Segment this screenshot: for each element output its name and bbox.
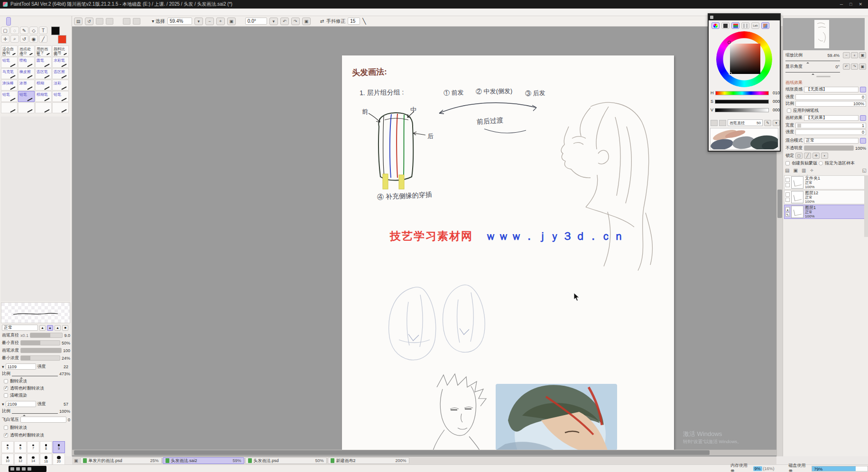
diameter-slider[interactable] [30,333,63,338]
media-width-input[interactable]: 1 [795,123,866,128]
panel-option-icon[interactable]: ◱ [862,168,867,173]
texture2-ratio-slider[interactable] [12,409,58,414]
canvas-viewport[interactable]: 头发画法: 1. 层片组分组 : ① 前发 ② 中发(侧发) ③ 后发 前后过渡… [72,27,776,456]
brush-cell[interactable]: 用的画笔 留下 [35,45,52,56]
eyedropper-icon[interactable]: ╱ [39,35,47,43]
brush-size-cell[interactable]: 16 [40,454,52,465]
maximize-button[interactable]: □ [850,2,852,7]
pen-icon[interactable]: ✎ [20,27,28,34]
hue-cursor[interactable] [728,41,731,44]
panel-divider[interactable] [816,76,831,77]
layer-row[interactable]: 图层1 正常 100% [784,205,865,219]
hand-icon[interactable]: ◉ [29,35,38,43]
flip-icon[interactable]: ⇄ [320,18,324,24]
brush-size-cell[interactable]: 12 [14,454,27,465]
brush-checkbox[interactable]: 翻转浓淡 [4,425,44,430]
brush-cell[interactable]: 模糊 [35,80,52,91]
color-panel-titlebar[interactable] [709,14,780,20]
brush-cell[interactable]: 马克笔 [1,68,18,79]
tip-shape-icon[interactable]: ■ [62,325,68,331]
rotate-ccw-icon[interactable]: ↶ [280,18,289,25]
sv-cursor[interactable] [729,72,732,75]
minimize-button[interactable]: ─ [840,2,843,7]
layer-visibility-toggle[interactable] [785,192,790,197]
nav-zoom-slider[interactable] [785,58,866,62]
brush-cell[interactable]: 选区笔 [35,68,52,79]
brush-size-cell[interactable]: 6 [14,441,27,453]
line-tool-icon[interactable]: ╲ [362,18,366,25]
document-tab[interactable]: 新建画布2 200% [328,457,409,464]
brush-cell[interactable]: 铅笔 [1,57,18,68]
zoom-out-icon[interactable]: − [205,18,214,25]
tip-shape-icon[interactable]: ▲ [47,325,53,331]
toolbar-swatch[interactable] [123,18,130,25]
left-panel-tab[interactable] [12,17,16,26]
min-density-slider[interactable] [20,355,60,361]
brush-cell[interactable] [35,102,52,113]
brush-size-cell[interactable]: 10 [1,454,14,465]
layer-edit-toggle[interactable] [785,198,790,202]
brush-checkbox[interactable]: 清晰混染 [4,392,44,398]
rotate-cw-icon[interactable]: ↷ [291,18,300,25]
navigator[interactable] [783,18,865,50]
angle-reset-icon[interactable]: ▣ [302,18,311,25]
lock-pen-icon[interactable]: ╱ [804,153,811,159]
brush-size-cell[interactable]: 7 [27,441,39,453]
angle-menu-icon[interactable]: ▾ [269,18,278,25]
mixer-size-field[interactable]: 画笔直径50 [728,119,763,126]
text-tool-icon[interactable]: T [39,27,47,34]
brush-cell[interactable] [18,102,35,113]
nav-angle-slider[interactable] [785,69,866,73]
new-layer-icon[interactable]: ▤ [785,168,789,173]
mixer-dropdown-icon[interactable]: ▾ [773,120,780,126]
brush-cell[interactable] [1,102,18,113]
brush-cell[interactable]: 铅笔 [1,91,18,102]
layer-edit-toggle[interactable] [785,183,790,187]
paper-strength-input[interactable]: 0 [795,94,866,100]
lasso-icon[interactable]: ◌ [10,27,19,34]
brush-cell[interactable]: 涂抹棒 [1,80,18,91]
close-button[interactable]: ✕ [859,2,862,7]
texture2-select[interactable]: 2109 [6,401,36,407]
brush-cell[interactable]: 选区擦 [52,68,69,79]
mixer-brush-icon[interactable]: ✎ [764,120,771,126]
layer-visibility-toggle[interactable] [785,207,790,211]
toolbar-swatch[interactable] [133,18,140,25]
min-size-slider[interactable] [20,340,60,345]
color-wheel-tab-icon[interactable] [711,22,720,29]
media-effect-dropdown-icon[interactable] [860,115,866,121]
lock-transparency-icon[interactable]: ▢ [795,153,803,159]
horizontal-scrollbar[interactable] [72,450,776,455]
duplicate-layer-icon[interactable]: ▥ [802,168,806,173]
foreground-color-swatch[interactable] [51,27,60,35]
selection-sample-radio[interactable]: 指定为选区样本 [819,161,855,166]
rotate-icon[interactable]: ↺ [20,35,28,43]
canvas-page[interactable]: 头发画法: 1. 层片组分组 : ① 前发 ② 中发(侧发) ③ 后发 前后过渡… [342,55,674,450]
apply-to-linework-checkbox[interactable]: 应用到钢笔线 [787,108,819,113]
clipping-mask-checkbox[interactable]: 创建剪贴蒙版 [785,161,817,166]
blend-mode-select[interactable]: 正常 [804,138,859,144]
layer-row[interactable]: 图层12 正常 100% [784,190,865,204]
document-tab[interactable]: 头发画法.sai2 59% [163,457,244,464]
toolbar-swatch[interactable] [106,18,113,25]
left-panel-tab[interactable] [17,17,20,26]
undo-icon[interactable]: ↺ [85,18,93,25]
paper-ratio-input[interactable]: 100% [795,101,866,107]
new-folder-icon[interactable]: ▣ [793,168,797,173]
brush-size-cell[interactable]: 9 [53,441,65,453]
media-strength-input[interactable]: 0 [795,129,866,135]
zoom-tool-icon[interactable]: ⌕ [10,35,19,43]
brush-size-cell[interactable]: 14 [27,454,39,465]
layer-list-scrollbar[interactable] [864,175,868,237]
angle-input[interactable]: 0.0° [245,18,267,25]
left-panel-tab[interactable] [6,17,11,26]
brush-cell[interactable]: 铅笔 [52,91,69,102]
hsv-slider-tab-icon[interactable] [731,22,739,29]
rgb-tab-icon[interactable] [721,22,729,29]
layer-row[interactable]: 文件夹1 正常 100% [784,175,865,190]
zoom-input[interactable]: 59.4% [167,18,192,25]
color-scratchpad[interactable] [710,128,778,150]
document-tab[interactable]: 头发画法.psd 50% [245,457,327,464]
density-slider[interactable] [20,348,62,353]
layer-visibility-toggle[interactable] [785,178,790,182]
